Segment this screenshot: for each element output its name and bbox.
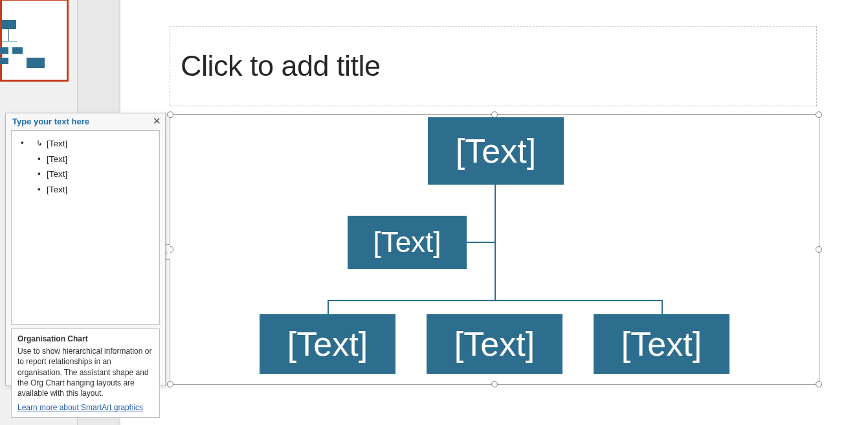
outline-item-child[interactable]: [Text] xyxy=(47,167,153,182)
resize-handle-mid-right[interactable] xyxy=(816,246,822,253)
connector-line xyxy=(467,242,495,243)
resize-handle-bottom-right[interactable] xyxy=(816,381,822,387)
outline-item-label: [Text] xyxy=(47,139,67,148)
org-node-assistant[interactable]: [Text] xyxy=(348,216,467,269)
smartart-content-frame[interactable]: ‹ [Text] [Text] [Text] [Text] [Text] xyxy=(170,114,819,385)
org-node-child-3[interactable]: [Text] xyxy=(594,314,729,374)
outline-item-label: [Text] xyxy=(47,154,67,164)
org-node-label: [Text] xyxy=(373,226,441,258)
desc-title: Organisation Chart xyxy=(17,334,153,344)
org-node-label: [Text] xyxy=(621,325,702,363)
title-placeholder[interactable]: Click to add title xyxy=(170,26,817,106)
outline-item-label: [Text] xyxy=(47,169,67,179)
resize-handle-bottom-left[interactable] xyxy=(167,381,173,387)
outline-item-child[interactable]: [Text] xyxy=(47,136,153,152)
text-pane-description: Organisation Chart Use to show hierarchi… xyxy=(11,328,160,418)
slide-thumbnail-1[interactable] xyxy=(0,0,69,82)
org-node-child-2[interactable]: [Text] xyxy=(427,314,562,374)
outline-item-child[interactable]: [Text] xyxy=(47,152,153,167)
desc-body: Use to show hierarchical information or … xyxy=(17,347,151,398)
learn-more-link[interactable]: Learn more about SmartArt graphics xyxy=(17,402,143,413)
org-node-label: [Text] xyxy=(287,325,368,363)
slide-canvas[interactable]: Click to add title ‹ [Text] [Text] [Text… xyxy=(120,0,868,425)
resize-handle-bottom-mid[interactable] xyxy=(491,381,498,387)
org-node-label: [Text] xyxy=(456,132,536,170)
connector-line xyxy=(328,300,329,314)
connector-line xyxy=(662,300,663,314)
outline-item-label: [Text] xyxy=(47,185,67,194)
text-pane-header: Type your text here ✕ xyxy=(6,113,165,129)
close-icon[interactable]: ✕ xyxy=(153,115,161,127)
smartart-text-pane[interactable]: Type your text here ✕ [Text] [Text] [Tex… xyxy=(5,113,166,386)
text-pane-title: Type your text here xyxy=(12,117,89,126)
connector-line xyxy=(328,300,663,301)
resize-handle-top-left[interactable] xyxy=(167,111,173,118)
resize-handle-top-right[interactable] xyxy=(816,111,822,118)
org-node-root[interactable]: [Text] xyxy=(428,117,564,185)
org-node-label: [Text] xyxy=(454,325,535,363)
title-placeholder-text: Click to add title xyxy=(181,49,381,83)
org-node-child-1[interactable]: [Text] xyxy=(260,314,395,374)
outline-item-child[interactable]: [Text] xyxy=(47,182,153,198)
text-pane-outline[interactable]: [Text] [Text] [Text] [Text] xyxy=(11,130,160,325)
